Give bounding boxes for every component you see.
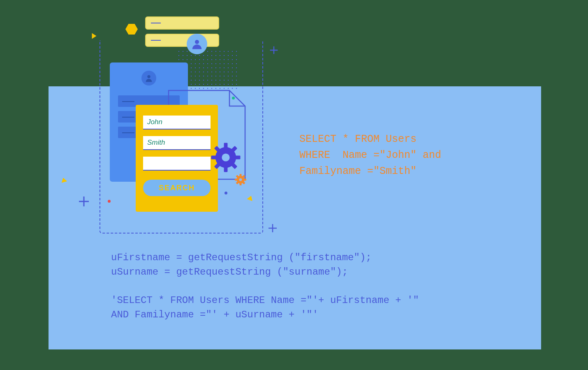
- dot-decoration: [225, 192, 227, 194]
- plus-icon: [268, 44, 280, 56]
- sql-line: WHERE Name ="John" and: [299, 149, 441, 161]
- svg-rect-14: [240, 183, 242, 185]
- svg-point-1: [195, 40, 199, 44]
- dot-decoration: [232, 97, 235, 99]
- svg-point-0: [147, 75, 150, 78]
- svg-rect-16: [244, 179, 246, 181]
- svg-rect-15: [235, 179, 237, 181]
- triangle-decoration: [92, 33, 97, 39]
- search-button[interactable]: SEARCH: [143, 180, 211, 196]
- sql-line: SELECT * FROM Users: [299, 133, 417, 145]
- sql-query-display: SELECT * FROM Users WHERE Name ="John" a…: [299, 132, 441, 179]
- svg-rect-6: [235, 156, 240, 160]
- pill: [145, 16, 219, 30]
- list-pills-decoration: [145, 16, 219, 51]
- search-form-card: John Smith SEARCH: [136, 105, 218, 212]
- svg-rect-13: [240, 174, 242, 176]
- gear-icon: [211, 142, 241, 173]
- pill: [145, 34, 219, 47]
- svg-rect-5: [211, 156, 216, 160]
- surname-field[interactable]: Smith: [143, 136, 211, 150]
- plus-icon: [76, 194, 91, 209]
- plus-icon: [266, 222, 279, 234]
- svg-point-11: [222, 153, 229, 161]
- firstname-field[interactable]: John: [143, 116, 211, 130]
- blank-field[interactable]: [143, 157, 211, 171]
- svg-point-21: [239, 178, 242, 181]
- code-line: uSurname = getRequestString ("surname");: [111, 266, 348, 278]
- code-line: AND Familyname ="' + uSurname + '"': [111, 309, 318, 320]
- mobile-avatar-icon: [141, 71, 156, 86]
- user-avatar-icon: [187, 34, 207, 54]
- sql-line: Familyname ="Smith": [299, 165, 417, 177]
- svg-rect-3: [224, 143, 228, 148]
- code-snippet-display: uFirstname = getRequestString ("firstnam…: [111, 251, 419, 322]
- hexagon-icon: [125, 24, 138, 35]
- small-gear-icon: [234, 173, 247, 186]
- dot-decoration: [108, 200, 111, 203]
- code-line: 'SELECT * FROM Users WHERE Name ="'+ uFi…: [111, 295, 419, 306]
- code-line: uFirstname = getRequestString ("firstnam…: [111, 252, 372, 263]
- svg-rect-4: [224, 166, 228, 172]
